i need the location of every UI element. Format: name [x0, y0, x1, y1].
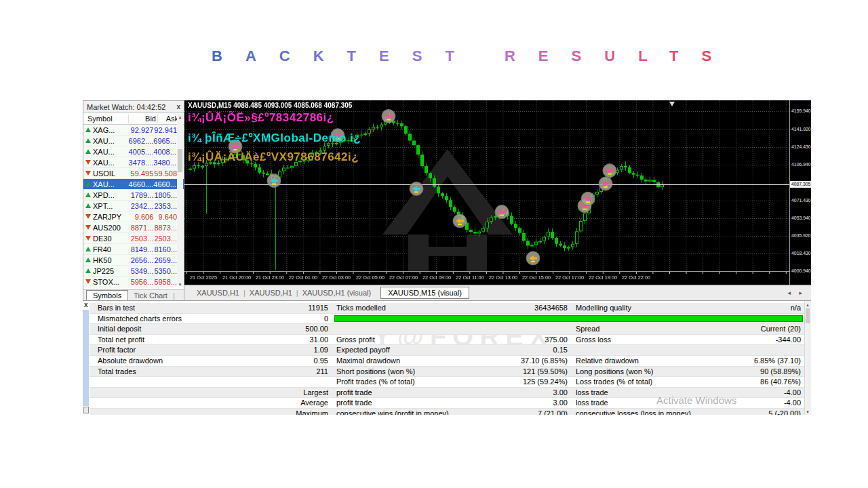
bid-cell: 4660.... — [126, 180, 154, 188]
report-label: profit trade — [332, 388, 478, 398]
report-row: Initial deposit500.00SpreadCurrent (20) — [90, 324, 805, 335]
title-letter: S — [572, 47, 605, 64]
symbol-label: XPD... — [93, 191, 115, 199]
tab-scroll-arrows-icon[interactable]: ◂ ▸ — [787, 289, 806, 296]
report-value: 5 (-20.00) — [707, 409, 805, 415]
close-icon[interactable]: x — [84, 301, 88, 308]
time-tick-label: 22 Oct 01:00 — [289, 274, 317, 281]
report-row: Maximumconsecutive wins (profit in money… — [90, 409, 805, 415]
market-watch-row[interactable]: STOX...5956...5958... — [83, 277, 184, 287]
tab-symbols[interactable]: Symbols — [86, 290, 128, 301]
arrow-up-icon — [85, 268, 91, 273]
symbol-cell: HK50 — [83, 256, 126, 264]
report-value: 90 (58.89%) — [707, 367, 805, 377]
report-value — [478, 324, 572, 334]
market-watch-row[interactable]: ZARJPY9.6069.640 — [83, 211, 184, 222]
tab-xauusd-h1[interactable]: XAUUSD,H1 — [193, 289, 243, 297]
symbol-cell: XAG... — [83, 126, 126, 134]
symbol-cell: STOX... — [83, 278, 126, 286]
bid-cell: 4005.... — [126, 148, 154, 156]
bid-cell: 2342... — [126, 202, 154, 210]
price-axis: 4159.9404141.9204124.4304106.9404087.305… — [789, 100, 811, 285]
report-value: 121 (59.50%) — [478, 367, 572, 377]
symbol-label: XAG... — [93, 126, 115, 134]
time-tick-label: 22 Oct 05:00 — [355, 274, 384, 281]
report-row: Profit trades (% of total)125 (59.24%)Lo… — [90, 377, 805, 388]
symbol-label: XPT... — [93, 202, 113, 210]
title-letter: L — [638, 47, 669, 64]
market-watch-row[interactable]: AUS2008871...8873... — [83, 222, 184, 233]
tab-xauusd-m15-visual-[interactable]: XAUUSD,M15 (visual) — [380, 287, 469, 299]
market-watch-row[interactable]: XAU...4660....4660.... — [83, 179, 184, 190]
market-watch-row[interactable]: XPD...1789...1805... — [83, 190, 184, 201]
chart-overlay-line-1: i¾¡ÛÄ¡ÕË»§£º78342786i¿ — [188, 111, 334, 125]
price-tick-label: 4159.940 — [791, 108, 811, 114]
tab-xauusd-h1-visual-[interactable]: XAUUSD,H1 (visual) — [298, 289, 375, 297]
title-letter: R — [505, 47, 538, 64]
scroll-down-icon[interactable]: ▾ — [177, 281, 183, 287]
report-value: 86 (40.76%) — [707, 377, 805, 387]
scroll-down-icon[interactable]: ▾ — [805, 409, 810, 415]
title-letter: S — [701, 47, 734, 64]
market-watch-row[interactable]: JP2255349...5350... — [83, 266, 184, 277]
market-watch-header: Symbol Bid Ask — [83, 113, 184, 125]
report-label: Profit factor — [90, 345, 252, 355]
report-label: Relative drawdown — [572, 356, 707, 366]
market-watch-row[interactable]: XAU...4005....4008.... — [83, 146, 184, 157]
report-label: profit trade — [332, 398, 478, 408]
bid-cell: 2503... — [126, 235, 154, 243]
report-value — [252, 377, 332, 387]
market-watch-scrollbar[interactable]: ▴ ▾ — [177, 114, 183, 287]
market-watch-row[interactable]: HK502656...2659... — [83, 255, 184, 266]
bid-cell: 3478.... — [126, 159, 154, 167]
report-label: Maximal drawdown — [332, 356, 478, 366]
column-bid: Bid — [129, 115, 158, 123]
tab-tick-chart[interactable]: Tick Chart — [128, 291, 173, 301]
market-watch-panel: Market Watch: 04:42:52 x Symbol Bid Ask … — [83, 100, 184, 301]
market-watch-row[interactable]: XAU...6962....6965.... — [83, 136, 184, 146]
report-row: Total trades211Short positions (won %)12… — [90, 367, 805, 378]
report-label: Ticks modelled — [332, 303, 478, 313]
report-label: Gross profit — [332, 335, 478, 345]
market-watch-row[interactable]: USOIL59.49559.508 — [83, 168, 184, 179]
tab-xauusd-h1[interactable]: XAUUSD,H1 — [245, 289, 296, 297]
report-value: -344.00 — [707, 335, 805, 345]
price-chart-canvas[interactable] — [184, 100, 789, 285]
title-letter: K — [313, 47, 347, 64]
scroll-up-icon[interactable]: ▴ — [805, 302, 810, 308]
title-letter — [477, 47, 505, 64]
market-watch-row[interactable]: XAG...92.92792.941 — [83, 125, 184, 136]
title-letter: E — [538, 47, 572, 64]
report-scrollbar[interactable]: ▴ ▾ — [804, 301, 811, 415]
market-watch-row[interactable]: XPT...2342...2353... — [83, 201, 184, 211]
title-letter: S — [412, 47, 446, 64]
bid-cell: 1789... — [126, 191, 154, 199]
market-watch-title: Market Watch: 04:42:52 — [87, 103, 165, 111]
arrow-up-icon — [85, 192, 91, 197]
bid-cell: 2656... — [126, 256, 154, 264]
time-tick-label: 22 Oct 15:00 — [522, 274, 551, 281]
market-watch-row[interactable]: FR408149...8160... — [83, 244, 184, 255]
scrollbar-thumb[interactable] — [178, 149, 182, 172]
arrow-down-icon — [85, 171, 91, 176]
time-tick-label: 22 Oct 03:00 — [322, 274, 351, 281]
bid-cell: 59.495 — [126, 169, 154, 178]
market-watch-row[interactable]: XAU...3478....3480.... — [83, 157, 184, 168]
scrollbar-thumb[interactable] — [806, 308, 810, 323]
chart-overlay-line-2: i¾ þÎñÆ÷£ºXMGlobal-Demo i¿ — [188, 131, 361, 145]
report-label: Modelling quality — [572, 303, 707, 313]
page: BACKTEST RESULTS Market Watch: 04:42:52 … — [0, 0, 868, 488]
chart-tab-bar: XAUUSD,H1|XAUUSD,H1|XAUUSD,H1 (visual)XA… — [184, 285, 811, 300]
report-label: Profit trades (% of total) — [332, 377, 478, 387]
report-label — [90, 388, 252, 398]
current-price-label: 4087.305 — [790, 181, 812, 188]
time-tick-label: 22 Oct 11:00 — [456, 274, 484, 281]
close-icon[interactable]: x — [176, 103, 180, 110]
tab-separator: | — [173, 291, 175, 301]
chart-window: XAUUSD,M15 4088.485 4093.005 4085.068 40… — [184, 100, 811, 285]
market-watch-row[interactable]: DE302503...2503... — [83, 233, 184, 244]
scroll-up-icon[interactable]: ▴ — [177, 114, 183, 120]
title-letter: U — [604, 47, 638, 64]
report-value — [707, 345, 805, 355]
report-label: Total trades — [90, 367, 252, 377]
